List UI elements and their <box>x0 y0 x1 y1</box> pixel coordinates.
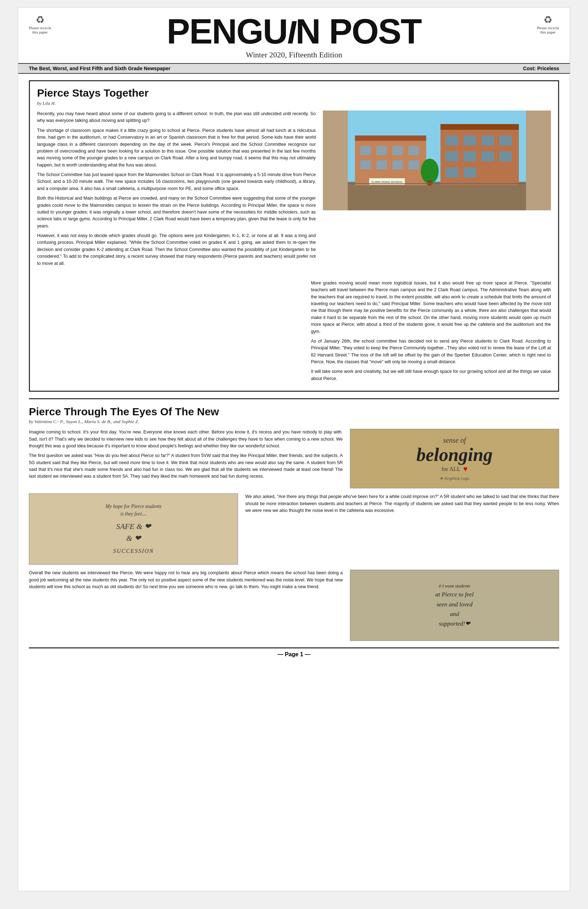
article2-text: Imagine coming to school. It's your firs… <box>29 429 343 480</box>
recycle-text-left1: Please recycle <box>29 26 51 30</box>
article1-byline: by Lila H. <box>37 100 551 106</box>
page-footer: — Page 1 — <box>29 647 559 660</box>
svg-rect-22 <box>464 168 476 178</box>
svg-rect-11 <box>355 136 426 141</box>
article2-byline: by Valentina C.- P., Suyon L., Maria S. … <box>29 419 559 425</box>
students-line2: at Pierce to feel <box>436 590 473 599</box>
hw-line5: SUCCESSION <box>105 547 162 555</box>
belonging-line3: for ALL <box>441 466 460 472</box>
newspaper-page: ♻ Please recycle this paper PENGUIN POST… <box>18 7 570 891</box>
article1-left-col: Recently, you may have heard about some … <box>37 110 316 270</box>
belonging-line2: belonging <box>416 445 493 465</box>
masthead-subtitle: Winter 2020, Fifteenth Edition <box>167 50 421 60</box>
building-svg: CLARK ROAD SCHOOL <box>323 110 551 210</box>
article2-bottom-p: Overall the new students we interviewed … <box>29 569 343 590</box>
handwriting-text: My hope for Pierce students is they feel… <box>102 499 165 559</box>
students-line4: and <box>436 609 473 619</box>
article2-bottom-left: My hope for Pierce students is they feel… <box>29 493 238 564</box>
svg-rect-14 <box>464 136 476 146</box>
svg-rect-9 <box>393 160 403 169</box>
article2-right-p: We also asked, "Are there any things tha… <box>245 493 559 514</box>
svg-point-26 <box>421 159 439 184</box>
svg-rect-7 <box>360 160 371 169</box>
hw-line4: & ❤ <box>105 532 162 544</box>
article2-right-text: We also asked, "Are there any things tha… <box>245 493 559 514</box>
article1-two-col: Recently, you may have heard about some … <box>37 110 551 270</box>
article1-p5: However, it was not easy to decide which… <box>37 233 316 267</box>
svg-rect-20 <box>499 152 512 162</box>
article1-right-text: More grades moving would mean more logis… <box>311 280 551 382</box>
article2-title: Pierce Through The Eyes Of The New <box>29 406 559 418</box>
hw-line2: is they feel.... <box>105 510 162 518</box>
svg-rect-27 <box>428 180 431 185</box>
svg-rect-6 <box>409 146 419 155</box>
tagline-right: Cost: Priceless <box>523 66 559 71</box>
svg-rect-3 <box>360 146 371 155</box>
tagline-bar: The Best, Worst, and First Fifth and Six… <box>18 63 570 74</box>
svg-rect-13 <box>446 136 458 146</box>
article1-building-image: CLARK ROAD SCHOOL <box>323 110 551 210</box>
recycle-icon-right: ♻ <box>543 14 552 26</box>
article2-section: Pierce Through The Eyes Of The New by Va… <box>29 406 559 641</box>
svg-rect-5 <box>393 146 403 155</box>
article1-p3: The School Committee has just leased spa… <box>37 171 316 192</box>
article1-second-row: More grades moving would mean more logis… <box>37 280 551 385</box>
article2-p2: The first question we asked was "How do … <box>29 452 343 480</box>
belonging-art-text: sense of belonging for ALL ♥ ★ Angelica … <box>409 429 500 488</box>
svg-rect-1 <box>348 182 526 210</box>
recycle-text-right1: Please recycle <box>537 26 559 30</box>
hw-line3: SAFE & ❤ <box>105 521 162 532</box>
footer-text: — Page 1 — <box>278 651 310 657</box>
article2-left: Imagine coming to school. It's your firs… <box>29 429 343 488</box>
article1-right-p3: It will take some work and creativity, b… <box>311 368 551 382</box>
heart-icon: ♥ <box>463 465 468 473</box>
tagline-left: The Best, Worst, and First Fifth and Six… <box>29 66 170 71</box>
recycle-icon-left: ♻ <box>36 14 45 26</box>
svg-text:CLARK ROAD SCHOOL: CLARK ROAD SCHOOL <box>372 180 403 184</box>
article2-bottom-right: We also asked, "Are there any things tha… <box>245 493 559 564</box>
belonging-line1: sense of <box>416 436 493 445</box>
svg-rect-21 <box>446 168 458 178</box>
article1-text: Recently, you may have heard about some … <box>37 110 316 267</box>
svg-rect-23 <box>441 124 519 130</box>
logo-right: ♻ Please recycle this paper <box>537 14 559 34</box>
article2-bottom: My hope for Pierce students is they feel… <box>29 493 559 564</box>
article2-final-left: Overall the new students we interviewed … <box>29 569 343 641</box>
article1-second-left <box>37 280 304 385</box>
svg-rect-16 <box>499 136 512 146</box>
svg-rect-8 <box>376 160 387 169</box>
belonging-art-image: sense of belonging for ALL ♥ ★ Angelica … <box>350 429 559 488</box>
main-content: Pierce Stays Together by Lila H. Recentl… <box>18 80 570 660</box>
logo-left: ♻ Please recycle this paper <box>29 14 51 34</box>
recycle-text-left2: this paper <box>32 30 48 34</box>
svg-rect-19 <box>481 152 494 162</box>
article1-p2: The shortage of classroom space makes it… <box>37 127 316 168</box>
article1-right-p2: As of January 26th, the school committee… <box>311 338 551 366</box>
article1-p1: Recently, you may have heard about some … <box>37 110 316 125</box>
handwriting-image: My hope for Pierce students is they feel… <box>29 493 238 564</box>
students-text: # I want students at Pierce to feel seen… <box>432 579 477 632</box>
article2-bottom-text: Overall the new students we interviewed … <box>29 569 343 590</box>
article1-section: Pierce Stays Together by Lila H. Recentl… <box>29 80 559 392</box>
article2-p1: Imagine coming to school. It's your firs… <box>29 429 343 450</box>
students-line1: # I want students <box>436 582 473 590</box>
article2-final-row: Overall the new students we interviewed … <box>29 569 559 641</box>
svg-rect-18 <box>464 152 476 162</box>
article1-title: Pierce Stays Together <box>37 87 551 99</box>
students-line5: supported!❤ <box>436 619 473 628</box>
article1-right-p1: More grades moving would mean more logis… <box>311 280 551 335</box>
students-line3: seen and loved <box>436 600 473 609</box>
belonging-attribution: ★ Angelica Logo <box>416 476 493 481</box>
article1-p4: Both the Historical and Main buildings a… <box>37 195 316 230</box>
masthead-title: PENGUIN POST <box>167 14 421 49</box>
svg-rect-4 <box>376 146 387 155</box>
svg-rect-15 <box>481 136 494 146</box>
article2-final-right: # I want students at Pierce to feel seen… <box>350 569 559 641</box>
article2-body: Imagine coming to school. It's your firs… <box>29 429 559 488</box>
svg-rect-10 <box>409 160 419 169</box>
header: ♻ Please recycle this paper PENGUIN POST… <box>18 8 570 63</box>
article1-second-right: More grades moving would mean more logis… <box>311 280 551 385</box>
recycle-text-right2: this paper <box>540 30 556 34</box>
article2-right: sense of belonging for ALL ♥ ★ Angelica … <box>350 429 559 488</box>
students-image: # I want students at Pierce to feel seen… <box>350 569 559 641</box>
